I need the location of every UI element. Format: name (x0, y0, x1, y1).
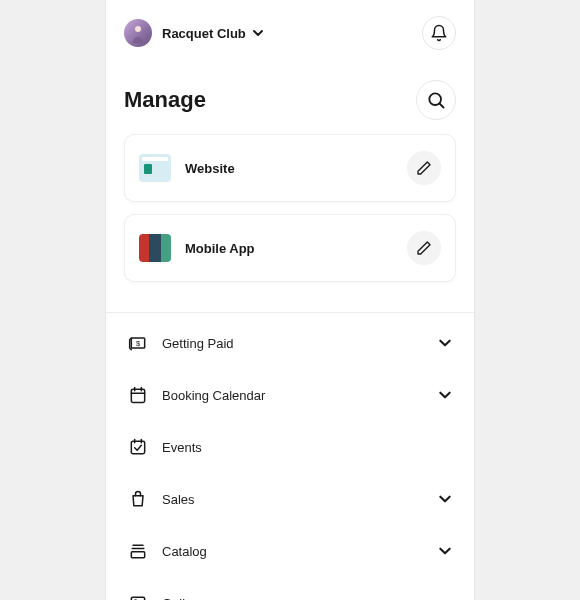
svg-text:$: $ (136, 339, 141, 348)
card-label: Website (185, 161, 407, 176)
svg-line-2 (440, 104, 444, 108)
image-icon (128, 593, 148, 600)
pencil-icon (416, 240, 432, 256)
menu-item-sales[interactable]: Sales (106, 473, 474, 525)
checkbox-icon (128, 437, 148, 457)
menu-label: Booking Calendar (162, 388, 438, 403)
edit-mobile-app-button[interactable] (407, 231, 441, 265)
menu-label: Getting Paid (162, 336, 438, 351)
card-label: Mobile App (185, 241, 407, 256)
search-icon (426, 90, 446, 110)
edit-website-button[interactable] (407, 151, 441, 185)
menu-list: $ Getting Paid Booking Calendar Events (106, 313, 474, 600)
menu-item-catalog[interactable]: Catalog (106, 525, 474, 577)
menu-label: Catalog (162, 544, 438, 559)
workspace-selector[interactable]: Racquet Club (162, 26, 422, 41)
page-title: Manage (124, 87, 416, 113)
menu-label: Gallery (162, 596, 452, 601)
menu-item-getting-paid[interactable]: $ Getting Paid (106, 317, 474, 369)
svg-rect-14 (131, 552, 144, 558)
chevron-down-icon (438, 544, 452, 558)
chevron-down-icon (252, 27, 264, 39)
calendar-icon (128, 385, 148, 405)
menu-item-booking-calendar[interactable]: Booking Calendar (106, 369, 474, 421)
avatar[interactable] (124, 19, 152, 47)
mobile-app-thumbnail-icon (139, 234, 171, 262)
manage-cards: Website Mobile App (106, 134, 474, 312)
title-row: Manage (106, 66, 474, 134)
header: Racquet Club (106, 0, 474, 66)
svg-point-0 (135, 26, 141, 32)
chevron-down-icon (438, 492, 452, 506)
chevron-down-icon (438, 336, 452, 350)
menu-label: Sales (162, 492, 438, 507)
chevron-down-icon (438, 388, 452, 402)
notifications-button[interactable] (422, 16, 456, 50)
app-panel: Racquet Club Manage Website (105, 0, 475, 600)
stack-icon (128, 541, 148, 561)
workspace-name: Racquet Club (162, 26, 246, 41)
bag-icon (128, 489, 148, 509)
bell-icon (430, 24, 448, 42)
money-icon: $ (128, 333, 148, 353)
menu-item-gallery[interactable]: Gallery (106, 577, 474, 600)
svg-rect-9 (131, 441, 144, 454)
menu-item-events[interactable]: Events (106, 421, 474, 473)
svg-rect-5 (131, 389, 144, 402)
card-website[interactable]: Website (124, 134, 456, 202)
card-mobile-app[interactable]: Mobile App (124, 214, 456, 282)
website-thumbnail-icon (139, 154, 171, 182)
pencil-icon (416, 160, 432, 176)
search-button[interactable] (416, 80, 456, 120)
menu-label: Events (162, 440, 452, 455)
